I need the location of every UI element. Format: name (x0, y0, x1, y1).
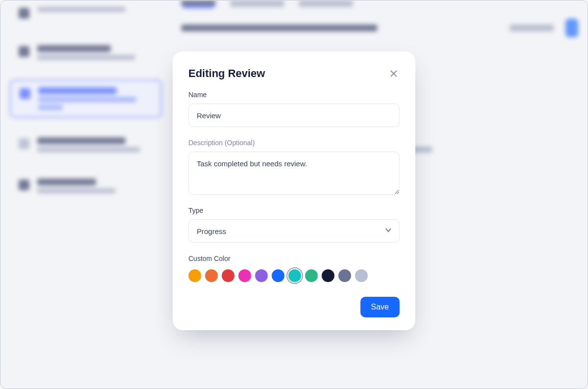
name-input[interactable] (189, 104, 400, 127)
color-swatch[interactable] (222, 269, 235, 282)
color-swatch[interactable] (339, 269, 351, 282)
description-label: Description (Optional) (189, 139, 400, 147)
description-input[interactable] (189, 152, 400, 195)
close-button[interactable] (388, 68, 400, 79)
description-field: Description (Optional) (189, 139, 400, 195)
color-swatches (189, 269, 400, 282)
name-label: Name (189, 91, 400, 99)
type-select-wrap: Progress (189, 219, 400, 243)
modal-footer: Save (189, 297, 400, 317)
color-swatch[interactable] (272, 269, 285, 282)
color-swatch[interactable] (355, 269, 368, 282)
close-icon (391, 70, 397, 77)
color-swatch[interactable] (255, 269, 268, 282)
color-swatch[interactable] (289, 269, 301, 282)
modal-title: Editing Review (189, 67, 265, 80)
color-field: Custom Color (189, 255, 400, 282)
save-button[interactable]: Save (360, 297, 399, 317)
color-label: Custom Color (189, 255, 400, 262)
name-field: Name (189, 91, 400, 127)
type-label: Type (189, 207, 400, 214)
type-field: Type Progress (189, 207, 400, 243)
color-swatch[interactable] (305, 269, 318, 282)
color-swatch[interactable] (239, 269, 251, 282)
color-swatch[interactable] (205, 269, 218, 282)
type-select[interactable]: Progress (189, 219, 400, 243)
edit-review-modal: Editing Review Name Description (Optiona… (173, 52, 416, 330)
modal-header: Editing Review (189, 67, 400, 80)
color-swatch[interactable] (189, 269, 201, 282)
color-swatch[interactable] (322, 269, 335, 282)
